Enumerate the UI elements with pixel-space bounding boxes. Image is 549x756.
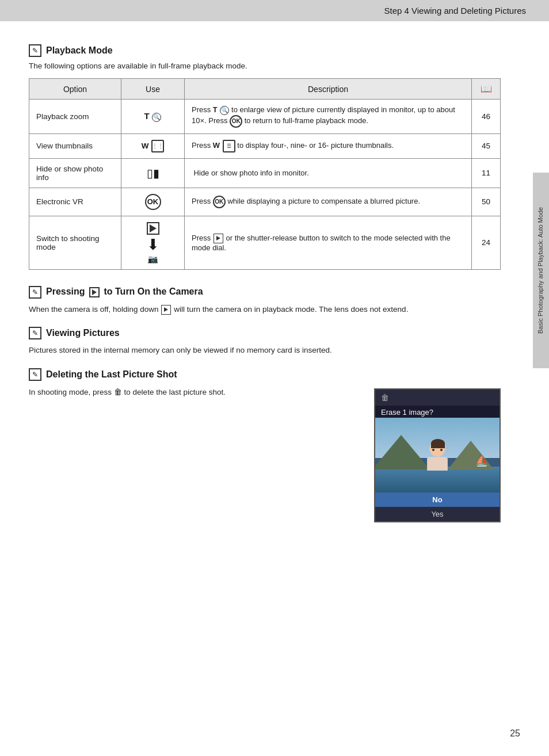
- t-button: T: [144, 111, 150, 121]
- option-playback-zoom: Playback zoom: [29, 100, 121, 134]
- main-content: ✎ Playback Mode The following options ar…: [0, 21, 529, 540]
- use-switch-shooting: ⬇ 📷: [121, 216, 185, 269]
- viewing-body: Pictures stored in the internal memory c…: [29, 344, 501, 357]
- switch-icons: ⬇ 📷: [128, 222, 177, 264]
- option-switch-shooting: Switch to shooting mode: [29, 216, 121, 269]
- playback-mode-header: ✎ Playback Mode: [29, 44, 501, 57]
- photo-info-icon: ▯▮: [147, 166, 159, 180]
- header-title: Step 4 Viewing and Deleting Pictures: [384, 6, 526, 16]
- play-tri-2: [164, 307, 168, 312]
- play-btn-icon: [147, 222, 159, 235]
- cam-image-area: ⛵: [375, 418, 500, 492]
- option-view-thumbnails: View thumbnails: [29, 133, 121, 158]
- trash-icon: 🗑: [381, 393, 389, 402]
- camera-screenshot: 🗑 Erase 1 image?: [374, 388, 501, 522]
- person-head: [429, 441, 445, 457]
- th-option: Option: [29, 79, 121, 100]
- pressing-section-header: ✎ Pressing to Turn On the Camera: [29, 286, 501, 299]
- zoom-icon-inline: 🔍: [220, 106, 229, 115]
- ref-switch-shooting: 24: [472, 216, 501, 269]
- pencil-icon-4: ✎: [29, 368, 41, 381]
- sidebar-label: Basic Photography and Playback: Auto Mod…: [536, 207, 545, 334]
- grid-icon-inline: ☰: [223, 140, 235, 152]
- play-tri-pressing: [92, 289, 97, 295]
- ref-view-thumbnails: 45: [472, 133, 501, 158]
- camera-body-icon: 📷: [148, 254, 158, 264]
- person-eye-right: [440, 449, 443, 451]
- option-photo-info: Hide or show photo info: [29, 158, 121, 188]
- arrow-down: ⬇: [147, 237, 159, 252]
- table-row: Switch to shooting mode ⬇ 📷 Press: [29, 216, 501, 269]
- desc-playback-zoom: Press T 🔍 to enlarge view of picture cur…: [185, 100, 472, 134]
- table-row: View thumbnails W ⋮⋮ Press W ☰ to displa…: [29, 133, 501, 158]
- ref-playback-zoom: 46: [472, 100, 501, 134]
- ref-electronic-vr: 50: [472, 188, 501, 216]
- th-ref: 📖: [472, 79, 501, 100]
- pencil-icon-2: ✎: [29, 286, 41, 299]
- options-table: Option Use Description 📖 Playback zoom T…: [29, 78, 501, 270]
- table-row: Hide or show photo info ▯▮ Hide or show …: [29, 158, 501, 188]
- desc-view-thumbnails: Press W ☰ to display four-, nine- or 16-…: [185, 133, 472, 158]
- use-photo-info: ▯▮: [121, 158, 185, 188]
- person-face: [432, 447, 443, 453]
- playback-mode-title: Playback Mode: [46, 45, 113, 56]
- no-button[interactable]: No: [375, 492, 500, 507]
- viewing-section-header: ✎ Viewing Pictures: [29, 327, 501, 339]
- pencil-icon: ✎: [29, 44, 41, 57]
- person-eye-left: [432, 449, 434, 451]
- zoom-circle-icon: 🔍: [152, 113, 161, 122]
- page-number: 25: [510, 728, 520, 739]
- option-electronic-vr: Electronic VR: [29, 188, 121, 216]
- cam-boat: ⛵: [475, 455, 488, 467]
- pencil-icon-3: ✎: [29, 327, 41, 339]
- page-header: Step 4 Viewing and Deleting Pictures: [0, 0, 549, 21]
- cam-person: [427, 441, 448, 471]
- table-row: Electronic VR OK Press OK while displayi…: [29, 188, 501, 216]
- cam-mountain-left: [375, 435, 430, 469]
- play-inline-2: [161, 305, 171, 315]
- viewing-title: Viewing Pictures: [46, 328, 120, 338]
- chapter-sidebar: Basic Photography and Playback: Auto Mod…: [533, 173, 549, 368]
- playback-mode-intro: The following options are available in f…: [29, 62, 501, 70]
- trash-inline-icon: 🗑: [114, 387, 122, 396]
- w-button: W: [142, 141, 149, 150]
- deleting-content: 🗑 Erase 1 image?: [29, 385, 501, 522]
- cam-top-bar: 🗑: [375, 390, 500, 406]
- table-row: Playback zoom T 🔍 Press T 🔍 to enlarge v…: [29, 100, 501, 134]
- play-inline-tri: [216, 236, 220, 240]
- th-description: Description: [185, 79, 472, 100]
- yes-button[interactable]: Yes: [375, 507, 500, 521]
- desc-switch-shooting: Press or the shutter-release button to s…: [185, 216, 472, 269]
- person-body: [427, 457, 448, 471]
- pressing-title: Pressing to Turn On the Camera: [46, 287, 203, 297]
- deleting-section-header: ✎ Deleting the Last Picture Shot: [29, 368, 501, 381]
- erase-label: Erase 1 image?: [375, 406, 500, 418]
- ok-button-vr: OK: [145, 194, 161, 210]
- ref-photo-info: 11: [472, 158, 501, 188]
- grid-icon: ⋮⋮: [151, 140, 164, 152]
- use-electronic-vr: OK: [121, 188, 185, 216]
- ok-inline-vr: OK: [213, 196, 226, 208]
- use-playback-zoom: T 🔍: [121, 100, 185, 134]
- play-icon-pressing: [89, 287, 100, 297]
- play-inline-icon: [214, 234, 223, 243]
- th-use: Use: [121, 79, 185, 100]
- desc-photo-info: Hide or show photo info in monitor.: [185, 158, 472, 188]
- use-view-thumbnails: W ⋮⋮: [121, 133, 185, 158]
- ok-btn-inline: OK: [230, 115, 242, 128]
- pressing-body: When the camera is off, holding down wil…: [29, 303, 501, 316]
- deleting-title: Deleting the Last Picture Shot: [46, 369, 177, 380]
- play-triangle: [150, 224, 157, 232]
- desc-electronic-vr: Press OK while displaying a picture to c…: [185, 188, 472, 216]
